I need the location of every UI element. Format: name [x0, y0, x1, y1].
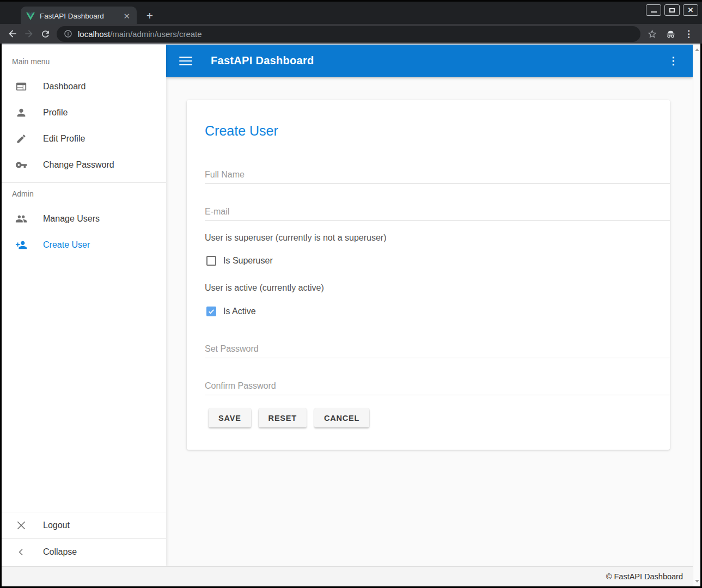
vertical-scrollbar[interactable] — [693, 45, 700, 586]
close-icon: ✕ — [688, 7, 694, 14]
key-icon — [15, 158, 28, 171]
sidebar-item-dashboard[interactable]: Dashboard — [2, 74, 166, 100]
minimize-icon — [651, 11, 657, 13]
scrollbar-down-arrow-icon[interactable] — [695, 580, 699, 583]
window-close-button[interactable]: ✕ — [683, 4, 698, 16]
tab-strip: FastAPI Dashboard ✕ + ✕ — [0, 0, 702, 24]
create-user-card: Create User User is superuser (currently… — [187, 100, 670, 450]
is-superuser-label: Is Superuser — [223, 256, 273, 266]
forward-button[interactable] — [21, 26, 37, 42]
hamburger-menu-icon[interactable] — [179, 54, 192, 68]
sidebar-item-manage-users[interactable]: Manage Users — [2, 206, 166, 232]
tab-title: FastAPI Dashboard — [40, 12, 122, 20]
site-info-icon[interactable] — [64, 29, 72, 38]
sidebar-divider — [2, 182, 166, 183]
active-hint: User is active (currently active) — [205, 283, 324, 293]
content-area: Create User User is superuser (currently… — [166, 77, 693, 566]
browser-menu-icon[interactable]: ⋮ — [684, 29, 693, 39]
sidebar-item-label: Collapse — [43, 547, 77, 557]
cancel-button[interactable]: CANCEL — [314, 408, 369, 427]
sidebar-item-label: Profile — [43, 108, 68, 118]
sidebar-item-label: Edit Profile — [43, 134, 85, 144]
bookmark-star-icon[interactable] — [647, 29, 657, 39]
footer: © FastAPI Dashboard — [2, 566, 693, 586]
sidebar-item-logout[interactable]: Logout — [2, 512, 166, 538]
back-button[interactable] — [4, 26, 21, 42]
chevron-left-icon — [15, 546, 28, 559]
sidebar-section-main-menu: Main menu — [12, 57, 166, 66]
is-active-checkbox[interactable] — [206, 307, 216, 316]
address-bar[interactable]: localhost/main/admin/users/create — [57, 26, 640, 42]
sidebar-item-profile[interactable]: Profile — [2, 100, 166, 126]
sidebar-item-label: Logout — [43, 520, 70, 530]
reset-button[interactable]: RESET — [259, 408, 307, 427]
confirm-password-field[interactable] — [205, 377, 670, 395]
pencil-icon — [15, 132, 28, 145]
page-title: Create User — [205, 123, 278, 139]
reload-button[interactable] — [37, 26, 53, 42]
is-active-checkbox-row[interactable]: Is Active — [206, 307, 256, 316]
browser-toolbar: localhost/main/admin/users/create ⋮ — [0, 24, 702, 44]
sidebar-bottom: Logout Collapse — [2, 512, 166, 565]
window-minimize-button[interactable] — [646, 4, 661, 16]
browser-window: FastAPI Dashboard ✕ + ✕ localhost/main/a… — [0, 0, 702, 588]
vue-logo-icon — [26, 13, 35, 20]
url-host: localhost — [78, 29, 110, 39]
sidebar-item-label: Create User — [43, 240, 90, 250]
sidebar-item-collapse[interactable]: Collapse — [2, 539, 166, 565]
incognito-icon — [665, 28, 676, 40]
maximize-icon — [669, 8, 675, 13]
appbar-kebab-icon[interactable]: ⋮ — [668, 54, 679, 67]
sidebar-item-label: Dashboard — [43, 82, 86, 91]
email-field[interactable] — [205, 203, 670, 221]
window-maximize-button[interactable] — [664, 4, 680, 16]
sidebar-item-edit-profile[interactable]: Edit Profile — [2, 126, 166, 152]
footer-copyright: © FastAPI Dashboard — [606, 572, 683, 581]
sidebar-item-change-password[interactable]: Change Password — [2, 152, 166, 178]
group-icon — [15, 212, 28, 225]
browser-tab[interactable]: FastAPI Dashboard ✕ — [21, 7, 137, 26]
person-add-icon — [15, 238, 28, 252]
scrollbar-up-arrow-icon[interactable] — [695, 48, 699, 51]
is-superuser-checkbox-row[interactable]: Is Superuser — [206, 256, 273, 266]
is-active-label: Is Active — [223, 307, 256, 316]
app-title: FastAPI Dashboard — [211, 54, 314, 67]
main-area: FastAPI Dashboard ⋮ Create User User is … — [166, 45, 693, 566]
window-controls: ✕ — [646, 4, 698, 16]
app-bar: FastAPI Dashboard ⋮ — [166, 45, 693, 77]
full-name-field[interactable] — [205, 166, 670, 184]
new-tab-button[interactable]: + — [143, 9, 157, 23]
tab-close-icon[interactable]: ✕ — [122, 11, 131, 21]
set-password-field[interactable] — [205, 340, 670, 358]
url-path: /main/admin/users/create — [110, 29, 202, 39]
sidebar-section-admin: Admin — [12, 189, 166, 198]
superuser-hint: User is superuser (currently is not a su… — [205, 233, 386, 243]
dashboard-icon — [15, 80, 28, 93]
logout-x-icon — [15, 519, 28, 532]
form-buttons: SAVE RESET CANCEL — [209, 408, 369, 427]
page: Main menu Dashboard Profile Edit Profile — [2, 44, 700, 586]
sidebar-item-create-user[interactable]: Create User — [2, 232, 166, 258]
save-button[interactable]: SAVE — [209, 408, 251, 427]
sidebar-item-label: Manage Users — [43, 214, 100, 224]
toolbar-right: ⋮ — [647, 28, 693, 40]
sidebar-item-label: Change Password — [43, 160, 114, 170]
person-icon — [15, 106, 28, 119]
sidebar: Main menu Dashboard Profile Edit Profile — [2, 45, 166, 566]
is-superuser-checkbox[interactable] — [206, 256, 216, 266]
